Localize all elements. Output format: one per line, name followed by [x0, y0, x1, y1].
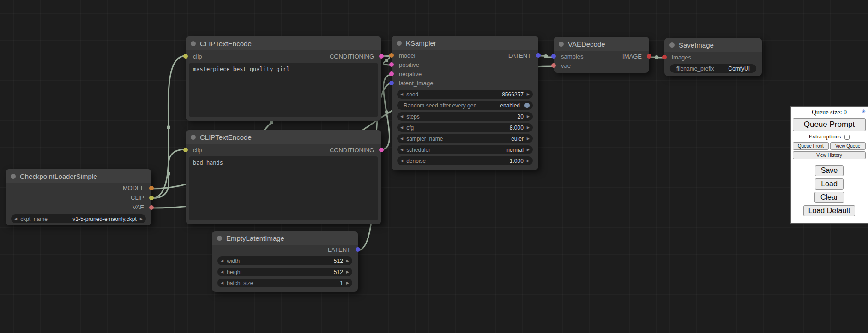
node-title-bar[interactable]: SaveImage	[664, 38, 762, 52]
cfg-number-widget[interactable]: ◀ cfg 8.000 ▶	[397, 123, 533, 132]
decrement-arrow-icon[interactable]: ◀	[400, 115, 403, 119]
seed-number-widget[interactable]: ◀ seed 8566257 ▶	[397, 90, 533, 99]
latent-output-dot[interactable]	[356, 247, 360, 252]
decrement-arrow-icon[interactable]: ◀	[400, 137, 403, 141]
model-output-dot[interactable]	[149, 186, 154, 190]
decrement-arrow-icon[interactable]: ◀	[400, 159, 403, 163]
increment-arrow-icon[interactable]: ▶	[527, 115, 530, 119]
node-ksampler[interactable]: KSampler model LATENT positive negative …	[392, 36, 538, 170]
clip-input-dot[interactable]	[183, 148, 188, 152]
extra-options-checkbox[interactable]	[844, 135, 850, 140]
load-button[interactable]: Load	[815, 178, 844, 190]
queue-front-button[interactable]: Queue Front	[793, 142, 829, 150]
slot-row: clip CONDITIONING	[186, 144, 381, 156]
negative-prompt-textarea[interactable]: bad hands	[189, 156, 378, 220]
vae-output-dot[interactable]	[149, 205, 154, 210]
model-input-label: model	[399, 52, 415, 59]
slot-row: clip CONDITIONING	[186, 50, 381, 62]
negative-input-dot[interactable]	[389, 71, 394, 76]
node-save-image[interactable]: SaveImage images filename_prefix ComfyUI	[664, 38, 762, 76]
steps-number-widget[interactable]: ◀ steps 20 ▶	[397, 112, 533, 121]
latent-output-dot[interactable]	[536, 53, 541, 58]
node-title-bar[interactable]: EmptyLatentImage	[212, 231, 358, 245]
latent-image-input-label: latent_image	[399, 80, 433, 87]
decrement-arrow-icon[interactable]: ◀	[400, 148, 403, 152]
decrement-arrow-icon[interactable]: ◀	[400, 126, 403, 130]
output-slot-latent: LATENT	[212, 245, 358, 254]
model-input-dot[interactable]	[389, 53, 394, 58]
decrement-arrow-icon[interactable]: ◀	[221, 270, 223, 274]
scheduler-combo-widget[interactable]: ◀ scheduler normal ▶	[397, 145, 533, 154]
conditioning-output-dot[interactable]	[379, 54, 384, 59]
extra-options-label: Extra options	[809, 133, 841, 140]
collapse-dot-icon[interactable]	[217, 236, 222, 241]
sampler-name-combo-widget[interactable]: ◀ sampler_name euler ▶	[397, 134, 533, 143]
increment-arrow-icon[interactable]: ▶	[346, 281, 349, 285]
height-number-widget[interactable]: ◀ height 512 ▶	[217, 268, 352, 276]
node-title-bar[interactable]: CLIPTextEncode	[186, 36, 381, 50]
collapse-dot-icon[interactable]	[559, 42, 564, 47]
batch-size-number-widget[interactable]: ◀ batch_size 1 ▶	[217, 279, 352, 287]
samples-input-dot[interactable]	[551, 54, 556, 59]
load-default-button[interactable]: Load Default	[803, 205, 856, 216]
latent-output-label: LATENT	[508, 52, 531, 59]
increment-arrow-icon[interactable]: ▶	[527, 126, 530, 130]
node-vae-decode[interactable]: VAEDecode samples IMAGE vae	[554, 37, 649, 73]
increment-arrow-icon[interactable]: ▶	[527, 148, 530, 152]
filename-prefix-text-widget[interactable]: filename_prefix ComfyUI	[670, 64, 756, 73]
node-clip-text-encode-negative[interactable]: CLIPTextEncode clip CONDITIONING bad han…	[186, 130, 381, 224]
view-queue-button[interactable]: View Queue	[830, 142, 866, 150]
settings-gear-icon[interactable]: ✳	[862, 108, 866, 114]
decrement-arrow-icon[interactable]: ◀	[400, 93, 403, 96]
collapse-dot-icon[interactable]	[11, 174, 16, 179]
node-title: EmptyLatentImage	[226, 234, 284, 242]
decrement-arrow-icon[interactable]: ◀	[221, 281, 223, 285]
wire-midpoint-dot	[544, 54, 548, 58]
vae-input-dot[interactable]	[551, 63, 556, 68]
node-title: CheckpointLoaderSimple	[20, 172, 97, 180]
clip-output-dot[interactable]	[149, 196, 154, 200]
increment-arrow-icon[interactable]: ▶	[527, 159, 530, 163]
vae-input-label: vae	[561, 62, 571, 69]
collapse-dot-icon[interactable]	[191, 41, 196, 46]
node-title-bar[interactable]: VAEDecode	[554, 37, 649, 51]
increment-arrow-icon[interactable]: ▶	[527, 93, 530, 96]
latent-image-input-dot[interactable]	[389, 81, 394, 85]
clip-input-dot[interactable]	[183, 54, 188, 59]
ckpt-name-combo-widget[interactable]: ◀ ckpt_name v1-5-pruned-emaonly.ckpt ▶	[11, 214, 146, 223]
node-checkpoint-loader[interactable]: CheckpointLoaderSimple MODEL CLIP VAE ◀ …	[6, 169, 151, 225]
queue-buttons-row: Queue Front View Queue	[793, 142, 866, 150]
graph-canvas[interactable]: CheckpointLoaderSimple MODEL CLIP VAE ◀ …	[0, 0, 868, 333]
denoise-number-widget[interactable]: ◀ denoise 1.000 ▶	[397, 156, 533, 165]
node-clip-text-encode-positive[interactable]: CLIPTextEncode clip CONDITIONING masterp…	[186, 36, 381, 121]
collapse-dot-icon[interactable]	[191, 135, 196, 140]
positive-prompt-textarea[interactable]: masterpiece best quality girl	[189, 63, 378, 117]
collapse-dot-icon[interactable]	[669, 42, 675, 48]
width-number-widget[interactable]: ◀ width 512 ▶	[217, 256, 352, 265]
node-title-bar[interactable]: CLIPTextEncode	[186, 130, 381, 144]
random-seed-toggle-dot[interactable]	[524, 103, 530, 108]
random-seed-toggle-widget[interactable]: Random seed after every gen enabled	[397, 101, 533, 110]
increment-arrow-icon[interactable]: ▶	[346, 259, 349, 263]
increment-arrow-icon[interactable]: ▶	[527, 137, 530, 141]
clip-input-label: clip	[193, 53, 202, 60]
save-button[interactable]: Save	[815, 165, 844, 176]
clear-button[interactable]: Clear	[814, 192, 844, 203]
queue-prompt-button[interactable]: Queue Prompt	[793, 118, 866, 131]
decrement-arrow-icon[interactable]: ◀	[14, 217, 17, 221]
node-title-bar[interactable]: KSampler	[392, 36, 538, 50]
decrement-arrow-icon[interactable]: ◀	[221, 259, 223, 263]
wire-midpoint-dot	[270, 120, 273, 124]
positive-input-dot[interactable]	[389, 62, 394, 67]
image-output-dot[interactable]	[647, 54, 651, 59]
increment-arrow-icon[interactable]: ▶	[140, 217, 143, 221]
images-input-dot[interactable]	[662, 55, 667, 59]
node-empty-latent-image[interactable]: EmptyLatentImage LATENT ◀ width 512 ▶ ◀ …	[212, 231, 358, 292]
node-title-bar[interactable]: CheckpointLoaderSimple	[6, 169, 151, 183]
conditioning-output-dot[interactable]	[379, 148, 384, 152]
node-title: SaveImage	[679, 41, 714, 49]
increment-arrow-icon[interactable]: ▶	[346, 270, 349, 274]
view-history-button[interactable]: View History	[793, 151, 866, 159]
image-output-label: IMAGE	[622, 53, 642, 60]
collapse-dot-icon[interactable]	[397, 41, 402, 46]
